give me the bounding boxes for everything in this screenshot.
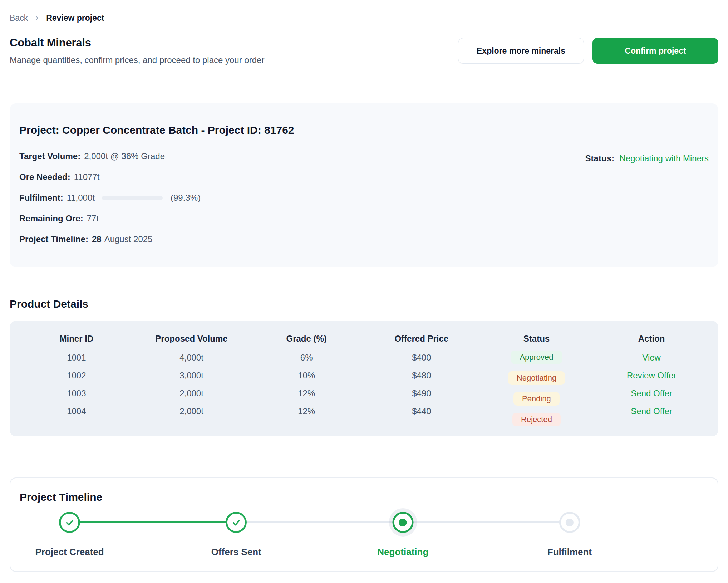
table-cell: $400	[412, 349, 431, 367]
remaining-ore-row: Remaining Ore: 77t	[19, 214, 709, 223]
column-miner-id: Miner ID 1001 1002 1003 1004	[19, 329, 134, 426]
column-action: Action View Review Offer Send Offer Send…	[594, 329, 709, 426]
column-header-action: Action	[638, 329, 665, 349]
product-details-table: Miner ID 1001 1002 1003 1004 Proposed Vo…	[10, 321, 718, 436]
column-status: Status Approved Negotiating Pending Reje…	[479, 329, 594, 426]
step-circle	[392, 512, 413, 533]
column-header-offered-price: Offered Price	[394, 329, 448, 349]
step-fulfilment: Fulfilment	[547, 512, 592, 558]
page: Back Review project Cobalt Minerals Mana…	[0, 0, 728, 583]
project-timeline-card: Project Timeline Project Created Offers …	[10, 477, 718, 572]
table-cell: 12%	[298, 402, 315, 420]
ore-needed-value: 11077t	[74, 172, 100, 182]
status-value: Negotiating with Miners	[620, 153, 709, 163]
page-header-text: Cobalt Minerals Manage quantities, confi…	[10, 36, 264, 65]
table-cell: $440	[412, 402, 431, 420]
remaining-ore-value: 77t	[87, 214, 99, 224]
breadcrumb-current: Review project	[46, 13, 104, 23]
step-label: Project Created	[35, 547, 104, 558]
column-header-miner-id: Miner ID	[59, 329, 93, 349]
action-link-view[interactable]: View	[642, 349, 661, 367]
status-badges: Approved Negotiating Pending Rejected	[508, 351, 565, 426]
status-label: Status:	[585, 153, 614, 163]
table-cell: 2,000t	[179, 384, 203, 402]
table-cell: 3,000t	[179, 367, 203, 384]
product-details-heading: Product Details	[10, 298, 718, 310]
target-volume-value: 2,000t @ 36% Grade	[84, 151, 165, 161]
column-header-grade: Grade (%)	[286, 329, 326, 349]
step-offers-sent: Offers Sent	[211, 512, 261, 558]
fulfilment-percent: (99.3%)	[171, 193, 201, 203]
remaining-ore-label: Remaining Ore:	[19, 214, 83, 224]
page-header: Cobalt Minerals Manage quantities, confi…	[10, 36, 718, 65]
table-cell: 2,000t	[179, 402, 203, 420]
project-summary-card: Project: Copper Concentrate Batch - Proj…	[10, 103, 718, 267]
action-link-send-offer[interactable]: Send Offer	[631, 384, 672, 402]
status-badge: Negotiating	[508, 371, 565, 385]
check-icon	[231, 518, 241, 528]
step-dot	[566, 519, 574, 526]
table-cell: 6%	[300, 349, 313, 367]
project-timeline-month: August 2025	[104, 234, 153, 244]
column-proposed-volume: Proposed Volume 4,000t 3,000t 2,000t 2,0…	[134, 329, 249, 426]
ore-needed-label: Ore Needed:	[19, 172, 70, 182]
column-header-status: Status	[523, 329, 550, 349]
step-label: Negotiating	[377, 547, 428, 558]
page-subtitle: Manage quantities, confirm prices, and p…	[10, 55, 264, 65]
step-project-created: Project Created	[35, 512, 104, 558]
fulfilment-progress-bar	[102, 196, 163, 200]
confirm-project-button[interactable]: Confirm project	[592, 38, 718, 64]
table-cell: 1004	[67, 402, 86, 420]
table-cell: 12%	[298, 384, 315, 402]
fulfilment-label: Fulfilment:	[19, 193, 63, 203]
table-cell: 1002	[67, 367, 86, 384]
breadcrumb-back-link[interactable]: Back	[10, 13, 28, 23]
ore-needed-row: Ore Needed: 11077t	[19, 173, 709, 181]
header-divider	[10, 82, 718, 82]
table-cell: 4,000t	[179, 349, 203, 367]
fulfilment-row: Fulfilment: 11,000t (99.3%)	[19, 193, 709, 202]
table-cell: 10%	[298, 367, 315, 384]
explore-more-minerals-button[interactable]: Explore more minerals	[458, 38, 584, 64]
table-cell: $480	[412, 367, 431, 384]
table-cell: 1003	[67, 384, 86, 402]
project-status: Status: Negotiating with Miners	[585, 153, 709, 163]
fulfilment-value: 11,000t	[67, 193, 95, 203]
step-dot	[399, 519, 407, 526]
project-timeline-row: Project Timeline: 28 August 2025	[19, 235, 709, 244]
breadcrumb: Back Review project	[10, 0, 718, 23]
action-link-send-offer[interactable]: Send Offer	[631, 402, 672, 420]
target-volume-label: Target Volume:	[19, 151, 80, 161]
project-timeline-day: 28	[92, 234, 102, 244]
action-link-review-offer[interactable]: Review Offer	[627, 367, 676, 384]
table-grid: Miner ID 1001 1002 1003 1004 Proposed Vo…	[19, 329, 709, 426]
step-circle	[59, 512, 80, 533]
check-icon	[65, 518, 75, 528]
project-title: Project: Copper Concentrate Batch - Proj…	[19, 124, 709, 136]
page-title: Cobalt Minerals	[10, 36, 264, 49]
step-circle	[559, 512, 580, 533]
chevron-right-icon	[34, 15, 40, 21]
header-actions: Explore more minerals Confirm project	[458, 38, 718, 64]
step-negotiating: Negotiating	[377, 512, 428, 558]
table-cell: $490	[412, 384, 431, 402]
step-label: Fulfilment	[547, 547, 592, 558]
project-fields: Target Volume: 2,000t @ 36% Grade Ore Ne…	[19, 152, 709, 244]
table-cell: 1001	[67, 349, 86, 367]
status-badge: Approved	[511, 351, 562, 364]
step-label: Offers Sent	[211, 547, 261, 558]
step-circle	[226, 512, 247, 533]
column-offered-price: Offered Price $400 $480 $490 $440	[364, 329, 479, 426]
status-badge: Pending	[513, 392, 560, 406]
column-grade: Grade (%) 6% 10% 12% 12%	[249, 329, 364, 426]
column-header-proposed-volume: Proposed Volume	[155, 329, 227, 349]
status-badge: Rejected	[512, 413, 561, 426]
timeline-stepper: Project Created Offers Sent Negotiating	[20, 511, 708, 568]
project-timeline-label: Project Timeline:	[19, 234, 88, 244]
project-timeline-heading: Project Timeline	[20, 491, 708, 503]
